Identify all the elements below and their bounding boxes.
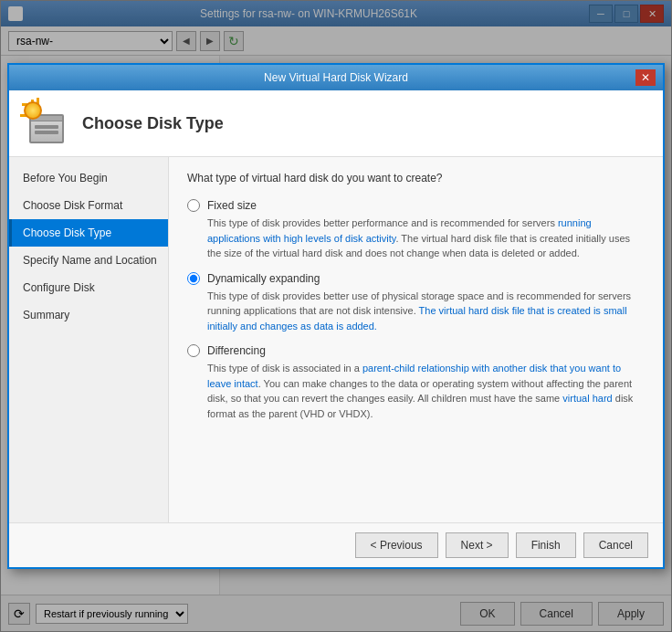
differencing-description: This type of disk is associated in a par… (207, 361, 645, 421)
wizard-nav-specify-name-location[interactable]: Specify Name and Location (9, 247, 168, 274)
differencing-title: Differencing (207, 344, 266, 357)
new-vhd-wizard-dialog: New Virtual Hard Disk Wizard ✕ (7, 63, 665, 569)
wizard-nav-configure-disk[interactable]: Configure Disk (9, 274, 168, 301)
wizard-nav-choose-disk-type[interactable]: Choose Disk Type (9, 219, 168, 247)
dialog-header: Choose Disk Type (9, 90, 663, 157)
wizard-nav-summary[interactable]: Summary (9, 301, 168, 329)
dialog-footer: < Previous Next > Finish Cancel (9, 522, 663, 567)
dynamic-radio[interactable] (187, 272, 200, 285)
wizard-nav-choose-disk-format[interactable]: Choose Disk Format (9, 192, 168, 219)
next-button[interactable]: Next > (446, 532, 509, 558)
dynamic-option: Dynamically expanding This type of disk … (187, 272, 645, 334)
differencing-option: Differencing This type of disk is associ… (187, 344, 645, 421)
fixed-size-option: Fixed size This type of disk provides be… (187, 199, 645, 261)
dynamic-description: This type of disk provides better use of… (207, 289, 645, 334)
dialog-title-text: New Virtual Hard Disk Wizard (37, 71, 635, 84)
dialog-header-title: Choose Disk Type (82, 114, 224, 133)
fixed-size-description: This type of disk provides better perfor… (207, 216, 645, 261)
wizard-content: What type of virtual hard disk do you wa… (169, 157, 663, 522)
wizard-nav: Before You Begin Choose Disk Format Choo… (9, 157, 169, 522)
dynamic-title: Dynamically expanding (207, 272, 320, 285)
dialog-body: Before You Begin Choose Disk Format Choo… (9, 157, 663, 522)
fixed-size-title: Fixed size (207, 199, 257, 212)
dynamic-label[interactable]: Dynamically expanding (187, 272, 645, 285)
differencing-label[interactable]: Differencing (187, 344, 645, 357)
finish-button[interactable]: Finish (516, 532, 576, 558)
fixed-size-label[interactable]: Fixed size (187, 199, 645, 212)
wizard-question: What type of virtual hard disk do you wa… (187, 172, 645, 184)
fixed-size-radio[interactable] (187, 199, 200, 212)
dialog-close-button[interactable]: ✕ (635, 69, 656, 86)
dialog-header-icon (24, 101, 68, 145)
disk-type-radio-group: Fixed size This type of disk provides be… (187, 199, 645, 421)
dialog-overlay: New Virtual Hard Disk Wizard ✕ (0, 0, 672, 632)
wizard-nav-before-you-begin[interactable]: Before You Begin (9, 164, 168, 192)
dialog-title-bar: New Virtual Hard Disk Wizard ✕ (9, 65, 663, 90)
wizard-cancel-button[interactable]: Cancel (583, 532, 648, 558)
differencing-radio[interactable] (187, 344, 200, 357)
previous-button[interactable]: < Previous (355, 532, 438, 558)
